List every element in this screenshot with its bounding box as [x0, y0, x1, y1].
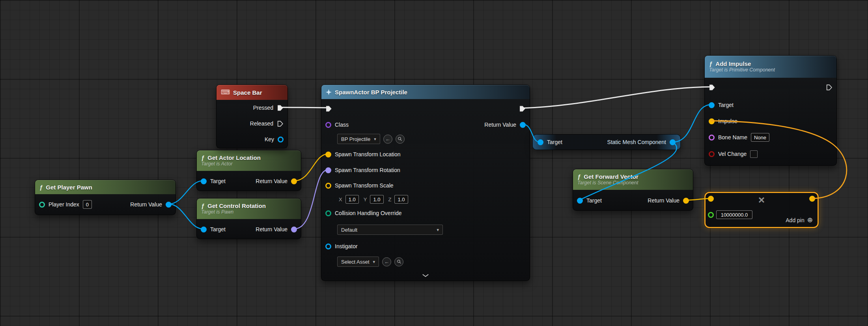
pin-instigator[interactable] [325, 244, 331, 249]
pin-bone-name[interactable] [709, 135, 715, 141]
pin-multiply-b[interactable] [708, 212, 714, 218]
node-header: ƒ Get Forward Vector Target is Scene Com… [573, 169, 693, 190]
class-dropdown-value: BP Projectile [341, 136, 370, 142]
multiply-symbol: × [758, 195, 765, 206]
node-get-player-pawn[interactable]: ƒ Get Player Pawn Player Index 0 Return … [35, 180, 176, 215]
blueprint-graph-canvas[interactable]: ƒ Get Player Pawn Player Index 0 Return … [0, 0, 868, 326]
player-index-input[interactable]: 0 [83, 200, 92, 209]
scale-z-input[interactable]: 1.0 [394, 195, 408, 204]
pin-key[interactable] [278, 137, 284, 142]
pin-label-target: Target [586, 197, 602, 204]
node-title: SpawnActor BP Projectile [335, 89, 407, 96]
class-dropdown[interactable]: BP Projectile ▾ [337, 134, 380, 144]
node-title: Add Impulse [715, 60, 751, 67]
axis-y-label: Y [364, 197, 367, 202]
node-multiply[interactable]: 10000000.0 × Add pin ⊕ [704, 192, 819, 228]
add-pin-button[interactable]: Add pin ⊕ [786, 217, 813, 223]
browse-asset-icon[interactable] [396, 135, 405, 144]
instigator-dropdown-value: Select Asset [341, 259, 370, 265]
use-selected-asset-icon[interactable]: ← [383, 135, 392, 144]
keyboard-icon: ⌨ [221, 89, 230, 96]
multiply-b-input[interactable]: 10000000.0 [716, 210, 752, 219]
use-selected-asset-icon[interactable]: ← [382, 257, 391, 266]
caret-down-icon: ▾ [437, 227, 439, 232]
node-space-bar[interactable]: ⌨ Space Bar Pressed Released Key [216, 84, 288, 148]
pin-label-vel-change: Vel Change [718, 151, 747, 157]
wire-pressed-to-spawnactor[interactable] [280, 107, 329, 108]
wire-spawnactor-to-addimpulse[interactable] [523, 87, 711, 108]
pin-spawn-transform-scale[interactable] [325, 183, 331, 189]
function-icon: ƒ [709, 60, 712, 67]
node-get-forward-vector[interactable]: ƒ Get Forward Vector Target is Scene Com… [573, 169, 693, 211]
node-subtitle: Target is Scene Component [577, 180, 638, 185]
pin-player-index[interactable] [39, 202, 45, 208]
function-icon: ƒ [201, 154, 204, 161]
function-icon: ƒ [577, 173, 581, 180]
add-pin-icon: ⊕ [807, 217, 813, 223]
scale-x-input[interactable]: 1.0 [345, 195, 359, 204]
pin-label-pressed: Pressed [253, 105, 273, 111]
axis-x-label: X [339, 197, 342, 202]
pin-label-return-value: Return Value [256, 178, 287, 184]
caret-down-icon: ▾ [373, 259, 375, 264]
node-static-mesh-component[interactable]: Target Static Mesh Component [532, 134, 681, 150]
node-get-control-rotation[interactable]: ƒ Get Control Rotation Target is Pawn Ta… [196, 198, 301, 239]
pin-label-class: Class [335, 122, 349, 128]
node-header: ƒ Add Impulse Target is Primitive Compon… [705, 56, 836, 78]
node-header: ƒ Get Control Rotation Target is Pawn [197, 199, 301, 219]
pin-label-return-value: Return Value [484, 122, 516, 128]
pin-label-target: Target [210, 178, 226, 184]
caret-down-icon: ▾ [374, 137, 376, 142]
exec-pin-out[interactable] [826, 84, 833, 91]
pin-label-target: Target [718, 102, 734, 108]
pin-label-rotation: Spawn Transform Rotation [335, 167, 400, 173]
pin-label-instigator: Instigator [335, 243, 358, 249]
node-title: Get Forward Vector [584, 173, 638, 180]
pin-label-key: Key [265, 136, 274, 142]
axis-z-label: Z [388, 197, 392, 202]
vel-change-checkbox[interactable] [750, 150, 758, 158]
browse-asset-icon[interactable] [394, 257, 403, 266]
node-header: ⌨ Space Bar [217, 85, 287, 100]
node-title: Get Control Rotation [207, 202, 265, 209]
pin-label-target: Target [210, 226, 226, 232]
pin-label-return-value: Return Value [648, 197, 679, 204]
node-title: Get Player Pawn [46, 184, 92, 191]
node-add-impulse[interactable]: ƒ Add Impulse Target is Primitive Compon… [704, 55, 837, 166]
node-header: SpawnActor BP Projectile [321, 85, 530, 99]
node-subtitle: Target is Actor [201, 161, 233, 167]
pin-target[interactable] [201, 227, 207, 232]
pin-label-bone-name: Bone Name [718, 134, 747, 141]
function-icon: ƒ [39, 184, 43, 191]
bone-name-input[interactable]: None [751, 133, 769, 142]
pin-class[interactable] [325, 122, 331, 128]
pin-label-released: Released [250, 120, 273, 127]
pin-label-target: Target [547, 139, 562, 145]
pin-label-return-value: Return Value [130, 201, 162, 208]
expand-node-chevron-icon[interactable] [422, 274, 429, 277]
node-title: Get Actor Location [207, 154, 260, 161]
pin-label-return-value: Return Value [256, 226, 287, 232]
exec-pin-in[interactable] [325, 105, 332, 112]
node-subtitle: Target is Primitive Component [709, 67, 775, 73]
node-title: Space Bar [233, 89, 262, 96]
pin-vel-change[interactable] [709, 151, 715, 157]
collision-dropdown[interactable]: Default ▾ [337, 225, 443, 235]
node-header: ƒ Get Player Pawn [35, 180, 175, 194]
spawn-actor-icon [326, 89, 332, 95]
function-icon: ƒ [201, 202, 204, 209]
pin-label-scale: Spawn Transform Scale [335, 182, 394, 189]
node-title: Static Mesh Component [607, 139, 666, 145]
node-subtitle: Target is Pawn [201, 209, 233, 215]
scale-y-input[interactable]: 1.0 [370, 195, 383, 204]
add-pin-label: Add pin [786, 217, 804, 223]
node-spawn-actor[interactable]: SpawnActor BP Projectile Class Return Va… [321, 84, 530, 281]
pin-label-location: Spawn Transform Location [335, 151, 401, 157]
node-header: ƒ Get Actor Location Target is Actor [197, 150, 301, 171]
exec-pin-released[interactable] [277, 120, 284, 127]
collision-dropdown-value: Default [341, 227, 357, 233]
instigator-asset-dropdown[interactable]: Select Asset ▾ [337, 257, 379, 267]
pin-label-collision: Collision Handling Override [335, 210, 402, 216]
node-get-actor-location[interactable]: ƒ Get Actor Location Target is Actor Tar… [196, 150, 301, 191]
pin-collision-handling-override[interactable] [325, 210, 331, 216]
